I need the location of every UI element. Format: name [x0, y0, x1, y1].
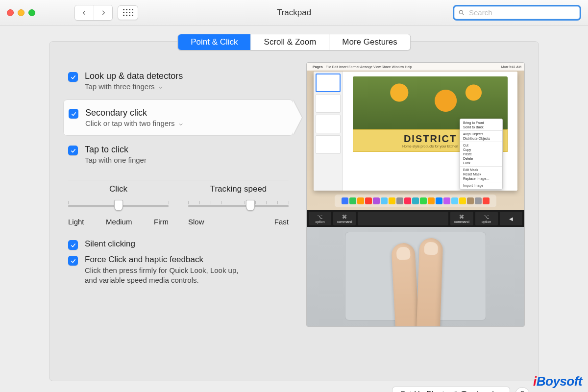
- help-button[interactable]: ?: [515, 387, 530, 392]
- preview-page: DISTRICT Home-style products for your ki…: [343, 72, 517, 191]
- option-description: Click then press firmly for Quick Look, …: [85, 266, 251, 286]
- preview-trackpad-area: [307, 227, 524, 326]
- divider: [68, 180, 289, 180]
- click-slider[interactable]: [68, 198, 169, 215]
- preview-document-window: DISTRICT Home-style products for your ki…: [314, 72, 517, 191]
- option-title: Force Click and haptic feedback: [85, 255, 251, 265]
- tab-point-and-click[interactable]: Point & Click: [178, 34, 250, 50]
- preview-thumbnails: [314, 72, 343, 191]
- panel-footer: Set Up Bluetooth Trackpad… ?: [392, 387, 530, 392]
- tab-scroll-and-zoom[interactable]: Scroll & Zoom: [251, 34, 329, 50]
- bottom-options: Silent clicking Force Click and haptic f…: [63, 237, 294, 286]
- option-tap-to-click[interactable]: Tap to click Tap with one finger: [63, 136, 294, 173]
- option-title: Look up & data detectors: [85, 71, 183, 81]
- checkbox-force-click[interactable]: [68, 256, 78, 266]
- check-icon: [70, 74, 76, 80]
- chevron-left-icon: [81, 9, 88, 16]
- option-silent-clicking[interactable]: Silent clicking: [68, 239, 289, 250]
- click-slider-block: Click Light Medium Firm: [68, 184, 169, 226]
- checkbox-secondary-click[interactable]: [69, 109, 78, 119]
- close-window-button[interactable]: [7, 9, 14, 16]
- watermark: iBoysoft: [533, 374, 582, 389]
- gesture-options: Look up & data detectors Tap with three …: [63, 62, 294, 173]
- click-slider-thumb[interactable]: [114, 200, 123, 211]
- option-title: Silent clicking: [85, 239, 135, 249]
- option-title: Tap to click: [85, 145, 147, 155]
- checkbox-silent-clicking[interactable]: [68, 240, 78, 250]
- preview-context-menu: Bring to FrontSend to BackAlign ObjectsD…: [460, 119, 503, 190]
- option-subtitle: Tap with one finger: [85, 156, 147, 164]
- preview-banner-title: DISTRICT: [404, 133, 457, 145]
- forward-button[interactable]: [94, 5, 112, 20]
- tracking-slider[interactable]: [188, 198, 289, 215]
- checkbox-tap-to-click[interactable]: [68, 146, 78, 155]
- option-subtitle: Click or tap with two fingers: [85, 119, 175, 127]
- divider: [68, 233, 289, 233]
- traffic-lights: [7, 9, 35, 16]
- grid-icon: [123, 9, 133, 16]
- preferences-window: Trackpad Point & Click Scroll & Zoom Mor…: [0, 0, 588, 392]
- tracking-slider-right-label: Fast: [274, 218, 289, 226]
- window-title: Trackpad: [277, 8, 311, 18]
- search-input[interactable]: [468, 8, 576, 17]
- sliders-row: Click Light Medium Firm: [63, 184, 294, 226]
- back-button[interactable]: [75, 5, 94, 20]
- setup-bluetooth-trackpad-button[interactable]: Set Up Bluetooth Trackpad…: [392, 387, 510, 392]
- preview-screen: Pages File Edit Insert Format Arrange Vi…: [307, 63, 524, 210]
- option-title: Secondary click: [85, 108, 184, 118]
- option-subtitle: Tap with three fingers: [85, 82, 155, 91]
- checkbox-look-up[interactable]: [68, 72, 78, 82]
- titlebar: Trackpad: [0, 0, 588, 25]
- preview-app-name: Pages: [313, 65, 323, 69]
- settings-column: Look up & data detectors Tap with three …: [63, 62, 294, 327]
- search-field[interactable]: [453, 5, 581, 21]
- click-slider-mid-label: Medium: [106, 218, 132, 226]
- click-slider-right-label: Firm: [154, 218, 169, 226]
- option-force-click[interactable]: Force Click and haptic feedback Click th…: [68, 255, 289, 286]
- tracking-slider-left-label: Slow: [188, 218, 204, 226]
- chevron-down-icon[interactable]: [158, 84, 164, 90]
- tab-segmented-control: Point & Click Scroll & Zoom More Gesture…: [177, 34, 411, 50]
- chevron-right-icon: [100, 9, 107, 16]
- svg-line-1: [463, 13, 464, 15]
- tracking-slider-block: Tracking speed Slow Fast: [188, 184, 289, 226]
- check-icon: [71, 111, 77, 117]
- check-icon: [70, 147, 76, 154]
- preview-column: Pages File Edit Insert Format Arrange Vi…: [306, 62, 525, 327]
- click-slider-label: Click: [68, 184, 169, 194]
- preview-fingers: [385, 253, 453, 326]
- tab-more-gestures[interactable]: More Gestures: [329, 34, 410, 50]
- check-icon: [70, 258, 76, 264]
- minimize-window-button[interactable]: [18, 9, 24, 16]
- option-secondary-click[interactable]: Secondary click Click or tap with two fi…: [63, 99, 294, 136]
- show-all-button[interactable]: [118, 5, 138, 20]
- nav-buttons: [74, 5, 113, 21]
- preview-clock: Mon 9:41 AM: [501, 65, 521, 69]
- zoom-window-button[interactable]: [28, 9, 35, 16]
- preview-keyboard-row: ⌥option⌘command⌘command⌥option◀: [307, 210, 524, 227]
- svg-point-0: [459, 10, 463, 14]
- search-icon: [458, 9, 465, 16]
- preview-menubar: Pages File Edit Insert Format Arrange Vi…: [307, 63, 524, 71]
- click-slider-left-label: Light: [68, 218, 84, 226]
- preview-banner-subtitle: Home-style products for your kitchen: [402, 145, 458, 148]
- trackpad-panel: Point & Click Scroll & Zoom More Gesture…: [49, 41, 539, 381]
- gesture-preview: Pages File Edit Insert Format Arrange Vi…: [306, 62, 525, 327]
- tracking-slider-label: Tracking speed: [188, 184, 289, 194]
- check-icon: [70, 242, 76, 248]
- content: Point & Click Scroll & Zoom More Gesture…: [0, 25, 588, 392]
- option-look-up[interactable]: Look up & data detectors Tap with three …: [63, 62, 294, 99]
- tracking-slider-thumb[interactable]: [246, 200, 255, 211]
- preview-dock: [335, 195, 496, 207]
- chevron-down-icon[interactable]: [178, 121, 184, 126]
